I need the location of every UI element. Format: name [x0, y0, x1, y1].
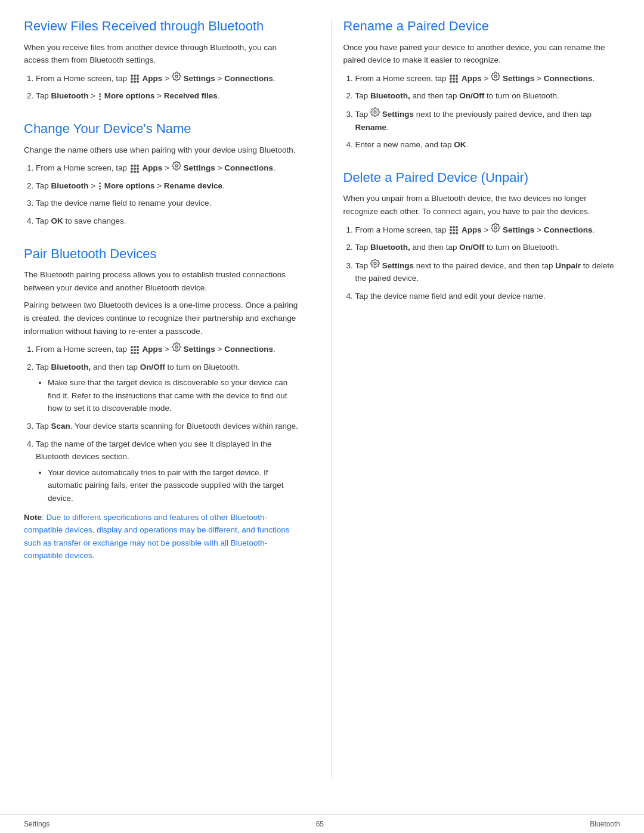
list-item: From a Home screen, tap Apps >	[36, 342, 301, 356]
list-item: From a Home screen, tap Apps >	[355, 223, 621, 237]
delete-paired-title: Delete a Paired Device (Unpair)	[343, 169, 621, 187]
bluetooth-label: Bluetooth,	[370, 91, 410, 100]
pair-bluetooth-title: Pair Bluetooth Devices	[24, 246, 301, 263]
svg-point-5	[494, 227, 497, 229]
apps-label: Apps	[143, 345, 163, 354]
footer-right: Bluetooth	[590, 820, 620, 828]
onoff-label: On/Off	[459, 91, 484, 100]
settings-inline-gear-icon	[370, 259, 380, 268]
delete-paired-intro: When you unpair from a Bluetooth device,…	[343, 192, 621, 218]
content-area: Review Files Received through Bluetooth …	[0, 0, 644, 815]
rename-paired-intro: Once you have paired your device to anot…	[343, 41, 621, 67]
list-item: Tap Scan. Your device starts scanning fo…	[36, 420, 301, 433]
scan-label: Scan	[51, 422, 70, 431]
svg-point-0	[175, 75, 178, 78]
connections-label: Connections	[544, 74, 593, 83]
apps-label: Apps	[143, 74, 163, 83]
list-item: Tap OK to save changes.	[36, 215, 301, 228]
connections-label: Connections	[544, 225, 593, 234]
unpair-label: Unpair	[555, 261, 581, 270]
list-item: Tap the device name field and edit your …	[355, 290, 621, 303]
settings-gear-label: Settings	[382, 261, 414, 270]
ok-label: OK	[454, 140, 466, 149]
settings-gear-icon	[491, 223, 500, 233]
apps-icon	[131, 75, 139, 83]
svg-point-6	[374, 262, 376, 265]
review-files-intro: When you receive files from another devi…	[24, 41, 301, 67]
list-item: Tap the name of the target device when y…	[36, 438, 301, 505]
list-item: Tap Bluetooth, and then tap On/Off to tu…	[355, 241, 621, 254]
bluetooth-label: Bluetooth	[51, 91, 89, 100]
apps-icon	[131, 165, 139, 173]
list-item: Tap Settings next to the previously pair…	[355, 107, 621, 134]
settings-label: Settings	[183, 74, 215, 83]
settings-gear-icon	[172, 161, 181, 171]
pair-bluetooth-steps: From a Home screen, tap Apps >	[36, 342, 301, 505]
svg-point-4	[374, 111, 376, 113]
list-item: Tap Settings next to the paired device, …	[355, 259, 621, 285]
settings-label: Settings	[183, 345, 215, 354]
received-files-label: Received files	[164, 91, 218, 100]
delete-paired-steps: From a Home screen, tap Apps >	[355, 223, 621, 303]
review-files-title: Review Files Received through Bluetooth	[24, 18, 301, 35]
change-name-body: Change the name others use when pairing …	[24, 144, 301, 228]
rename-label: Rename	[355, 123, 387, 132]
apps-icon	[450, 75, 458, 83]
connections-label: Connections	[224, 163, 273, 172]
footer-center: 65	[316, 820, 324, 828]
connections-label: Connections	[224, 345, 273, 354]
bluetooth-label: Bluetooth	[51, 181, 89, 190]
settings-inline-gear-icon	[370, 107, 380, 117]
svg-point-3	[494, 75, 497, 78]
ok-label: OK	[51, 216, 63, 225]
list-item: Enter a new name, and tap OK.	[355, 138, 621, 151]
settings-label: Settings	[503, 74, 534, 83]
list-item: Tap Bluetooth, and then tap On/Off to tu…	[36, 361, 301, 415]
pair-bluetooth-note: Note: Due to different specifications an…	[24, 511, 301, 562]
pair-bluetooth-intro2: Pairing between two Bluetooth devices is…	[24, 299, 301, 337]
section-change-name: Change Your Device's Name Change the nam…	[24, 120, 301, 228]
apps-icon	[450, 226, 458, 234]
list-item: Make sure that the target device is disc…	[48, 376, 301, 415]
change-name-title: Change Your Device's Name	[24, 120, 301, 138]
settings-label: Settings	[503, 225, 534, 234]
bluetooth-label: Bluetooth,	[51, 363, 91, 371]
list-item: Tap the device name field to rename your…	[36, 197, 301, 210]
svg-point-1	[175, 165, 178, 167]
list-item: Your device automatically tries to pair …	[48, 466, 301, 505]
apps-label: Apps	[462, 74, 482, 83]
section-review-files: Review Files Received through Bluetooth …	[24, 18, 301, 103]
onoff-label: On/Off	[459, 243, 484, 252]
apps-icon	[131, 346, 139, 354]
rename-paired-title: Rename a Paired Device	[343, 18, 621, 35]
change-name-steps: From a Home screen, tap Apps >	[36, 161, 301, 227]
apps-label: Apps	[143, 163, 163, 172]
rename-paired-steps: From a Home screen, tap Apps >	[355, 72, 621, 151]
page: Review Files Received through Bluetooth …	[0, 0, 644, 833]
list-item: From a Home screen, tap Apps >	[355, 72, 621, 85]
list-item: Tap Bluetooth, and then tap On/Off to tu…	[355, 89, 621, 103]
bluetooth-label: Bluetooth,	[370, 243, 410, 252]
note-label: Note	[24, 513, 42, 522]
delete-paired-body: When you unpair from a Bluetooth device,…	[343, 192, 621, 302]
list-item: From a Home screen, tap Apps >	[36, 161, 301, 175]
left-column: Review Files Received through Bluetooth …	[24, 18, 313, 779]
review-files-steps: From a Home screen, tap Apps >	[36, 72, 301, 103]
section-rename-paired: Rename a Paired Device Once you have pai…	[343, 18, 621, 151]
pair-bluetooth-intro: The Bluetooth pairing process allows you…	[24, 268, 301, 294]
apps-label: Apps	[462, 225, 482, 234]
onoff-label: On/Off	[140, 363, 165, 371]
footer-left: Settings	[24, 820, 49, 828]
connections-label: Connections	[224, 74, 273, 83]
pair-bluetooth-body: The Bluetooth pairing process allows you…	[24, 268, 301, 562]
pair-bluetooth-bullets2: Your device automatically tries to pair …	[48, 466, 301, 505]
settings-gear-label: Settings	[382, 110, 414, 119]
more-options-label: More options	[104, 91, 155, 100]
settings-gear-icon	[491, 72, 500, 81]
footer: Settings 65 Bluetooth	[0, 815, 644, 833]
section-pair-bluetooth: Pair Bluetooth Devices The Bluetooth pai…	[24, 246, 301, 562]
settings-gear-icon	[172, 342, 181, 352]
rename-device-label: Rename device	[164, 181, 222, 190]
settings-gear-icon	[172, 72, 181, 81]
pair-bluetooth-bullets: Make sure that the target device is disc…	[48, 376, 301, 415]
